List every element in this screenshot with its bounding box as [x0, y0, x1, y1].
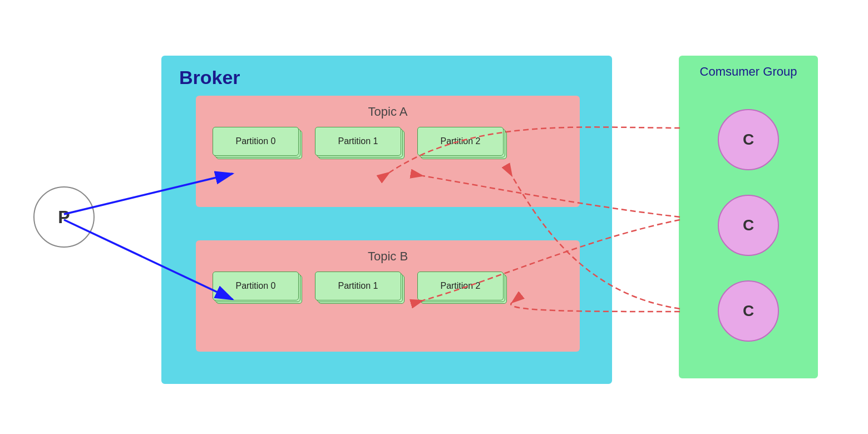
topic-a-label: Topic A: [207, 105, 569, 119]
broker-label: Broker: [179, 67, 240, 88]
consumer-group-label: Comsumer Group: [680, 57, 817, 79]
consumer-0: C: [718, 109, 779, 170]
consumer-2: C: [718, 280, 779, 342]
topic-a-partition-1: Partition 1: [315, 127, 401, 156]
consumer-group-box: Comsumer Group C C C: [679, 56, 818, 378]
topic-a-partition-2: Partition 2: [417, 127, 504, 156]
topic-b-partition-1-stack: Partition 1: [315, 272, 404, 305]
topic-b-label: Topic B: [207, 249, 569, 264]
topic-a-partition-0-stack: Partition 0: [213, 127, 302, 160]
topic-b-partition-0: Partition 0: [213, 272, 299, 300]
topic-a-partition-1-stack: Partition 1: [315, 127, 404, 160]
topic-b-partitions: Partition 0 Partition 1 Partition 2: [207, 272, 569, 305]
topic-b-partition-2: Partition 2: [417, 272, 504, 300]
topic-b-box: Topic B Partition 0 Partition 1 Partitio…: [196, 240, 580, 352]
topic-a-partition-0: Partition 0: [213, 127, 299, 156]
producer-label: P: [58, 207, 70, 228]
diagram: P Broker Topic A Partition 0 Partition 1: [0, 0, 868, 434]
topic-a-partitions: Partition 0 Partition 1 Partition 2: [207, 127, 569, 160]
consumer-1: C: [718, 195, 779, 256]
topic-b-partition-0-stack: Partition 0: [213, 272, 302, 305]
broker-box: Broker Topic A Partition 0 Partition 1: [161, 56, 612, 384]
consumers-list: C C C: [680, 79, 817, 372]
topic-a-partition-2-stack: Partition 2: [417, 127, 506, 160]
topic-a-box: Topic A Partition 0 Partition 1 Partitio…: [196, 96, 580, 207]
topic-b-partition-2-stack: Partition 2: [417, 272, 506, 305]
topic-b-partition-1: Partition 1: [315, 272, 401, 300]
producer-circle: P: [33, 186, 95, 248]
